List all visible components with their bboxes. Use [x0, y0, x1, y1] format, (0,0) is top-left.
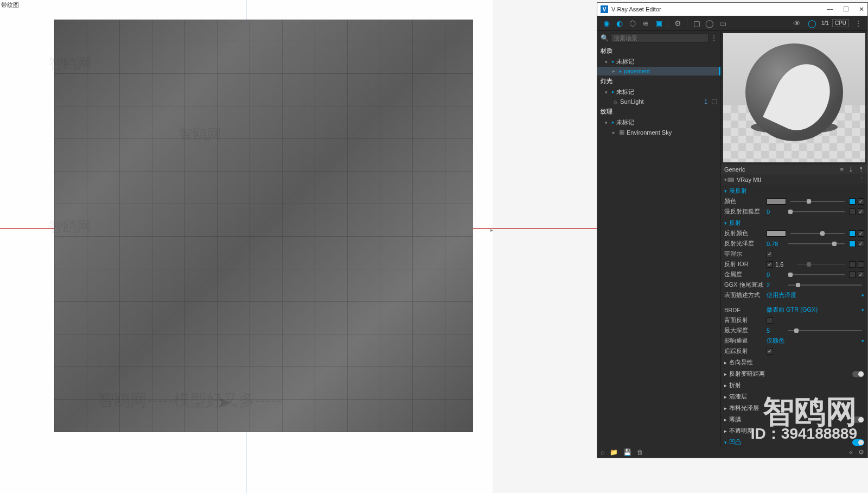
enable-checkbox[interactable]	[858, 241, 864, 247]
texture-chip[interactable]	[849, 230, 856, 237]
group-anisotropy[interactable]: ▸各向异性	[724, 356, 864, 368]
lights-tab-icon[interactable]: ◐	[614, 17, 626, 29]
group-diffuse[interactable]: ▾漫反射	[724, 185, 864, 196]
materials-tab-icon[interactable]: ◉	[601, 17, 612, 29]
prop-back-reflect: 背面反射	[724, 315, 864, 325]
slider[interactable]	[788, 243, 845, 244]
settings-icon[interactable]: ⚙	[672, 17, 684, 29]
toggle-switch[interactable]	[852, 371, 864, 377]
watermark-slogan: 智鸥网-----模型好又多-----	[98, 389, 282, 412]
texture-plane[interactable]	[54, 20, 473, 432]
load-icon[interactable]: ⭱	[858, 166, 864, 173]
textures-tab-icon[interactable]: ≋	[640, 17, 652, 29]
folder-icon[interactable]: 📁	[610, 448, 618, 456]
group-refraction[interactable]: ▸折射	[724, 379, 864, 390]
tree-item-untagged-lights[interactable]: ▾●未标记	[597, 87, 720, 97]
color-swatch[interactable]	[767, 198, 786, 205]
tree-item-sunlight[interactable]: ☼SunLight1	[597, 97, 720, 106]
group-reflection[interactable]: ▾反射	[724, 217, 864, 228]
slider[interactable]	[788, 285, 862, 286]
home-icon[interactable]: ⌂	[601, 448, 604, 456]
slider[interactable]	[788, 274, 845, 275]
preset-icon[interactable]: ≡	[840, 166, 844, 173]
checkbox[interactable]	[767, 348, 773, 355]
dropdown[interactable]: 使用光泽度	[767, 291, 859, 299]
tree-item-untagged-tex[interactable]: ▾●未标记	[597, 117, 720, 128]
lock-checkbox[interactable]	[767, 261, 773, 268]
dropdown[interactable]: 微表面 GTR (GGX)	[767, 306, 859, 314]
search-input[interactable]	[611, 33, 709, 43]
material-swatch-icon	[727, 177, 735, 182]
prop-reflect-gloss: 反射光泽度 0.78	[724, 238, 864, 249]
material-preview[interactable]	[723, 33, 865, 162]
value[interactable]: 2	[767, 282, 784, 288]
material-type-bar[interactable]: Generic ≡⭳⭱	[721, 165, 867, 174]
watermark-id: ID：394188889	[751, 424, 857, 444]
group-refl-dim[interactable]: ▸反射变暗距离	[724, 368, 864, 379]
render-mode[interactable]: CPU	[832, 19, 849, 27]
progress-label: 1/1	[821, 20, 829, 26]
chevron-down-icon[interactable]: ▾	[861, 293, 864, 298]
color-swatch[interactable]	[767, 230, 786, 237]
show-icon[interactable]: 👁	[791, 17, 803, 29]
material-header[interactable]: ▾ VRay Mtl ⋮	[721, 174, 867, 185]
checkbox[interactable]	[767, 317, 773, 324]
enable-checkbox[interactable]	[858, 198, 864, 205]
texture-chip[interactable]	[849, 208, 856, 215]
value[interactable]: 1.6	[775, 261, 793, 268]
fresnel-checkbox[interactable]	[767, 251, 773, 257]
vray-logo-icon: V	[601, 5, 608, 13]
enable-checkbox[interactable]	[712, 99, 717, 104]
chevron-down-icon[interactable]: ▾	[861, 307, 864, 313]
tree-item-untagged[interactable]: ▾●未标记	[597, 56, 720, 67]
render-output-icon[interactable]: ◯	[704, 17, 716, 29]
expand-handle[interactable]: ▸	[490, 227, 496, 232]
render-button[interactable]: ◯	[806, 17, 818, 29]
geometry-tab-icon[interactable]: ⬡	[627, 17, 639, 29]
watermark: 智鸥网	[179, 125, 221, 144]
section-textures: 纹理	[597, 106, 720, 117]
render-tab-icon[interactable]: ▣	[653, 17, 665, 29]
camera-icon[interactable]: ▢	[691, 17, 703, 29]
enable-checkbox[interactable]	[858, 230, 864, 237]
menu-icon[interactable]: ⋮	[852, 17, 864, 29]
texture-chip[interactable]	[849, 261, 856, 268]
prop-label: 影响通道	[724, 337, 764, 345]
filter-icon[interactable]: ⋮	[711, 34, 717, 42]
value[interactable]: 0.78	[767, 241, 784, 247]
dropdown[interactable]: 仅颜色	[767, 337, 859, 345]
chevron-down-icon[interactable]: ▾	[861, 338, 864, 344]
more-icon[interactable]: ⋮	[858, 176, 864, 183]
slider[interactable]	[788, 330, 862, 331]
slider[interactable]	[788, 211, 845, 212]
value[interactable]: 5	[767, 327, 784, 334]
group-label: 折射	[729, 381, 741, 389]
viewport-3d[interactable]: 带纹图 智鸥网 智鸥网 智鸥网 智鸥网-----模型好又多----- ➤	[0, 0, 493, 493]
value[interactable]: 0	[767, 208, 784, 215]
prop-label: 漫反射粗糙度	[724, 207, 764, 216]
frame-buffer-icon[interactable]: ▭	[717, 17, 729, 29]
minimize-button[interactable]: —	[827, 5, 833, 13]
maximize-button[interactable]: ☐	[843, 5, 849, 13]
delete-icon[interactable]: 🗑	[637, 448, 643, 456]
title-bar[interactable]: V V-Ray Asset Editor — ☐ ✕	[597, 3, 867, 16]
settings-footer-icon[interactable]: ⚙	[858, 448, 864, 456]
save-icon[interactable]: 💾	[623, 448, 631, 456]
slider[interactable]	[790, 201, 845, 202]
value[interactable]: 0	[767, 271, 784, 278]
texture-chip[interactable]	[849, 198, 856, 205]
texture-chip[interactable]	[849, 241, 856, 247]
enable-checkbox[interactable]	[858, 271, 864, 278]
prop-label: 反射光泽度	[724, 239, 764, 248]
close-button[interactable]: ✕	[859, 5, 864, 13]
enable-checkbox[interactable]	[858, 261, 864, 268]
main-toolbar: ◉ ◐ ⬡ ≋ ▣ ⚙ ▢ ◯ ▭ 👁 ◯ 1/1 CPU ⋮	[597, 16, 867, 31]
collapse-icon[interactable]: «	[849, 448, 853, 456]
material-name[interactable]: VRay Mtl	[737, 176, 761, 183]
tree-item-env-sky[interactable]: ▸▦Environment Sky	[597, 128, 720, 137]
texture-chip[interactable]	[849, 271, 856, 278]
enable-checkbox[interactable]	[858, 208, 864, 215]
slider[interactable]	[790, 233, 845, 234]
save-icon[interactable]: ⭳	[848, 166, 854, 173]
tree-item-pavement[interactable]: ▸●pavement	[597, 67, 720, 75]
